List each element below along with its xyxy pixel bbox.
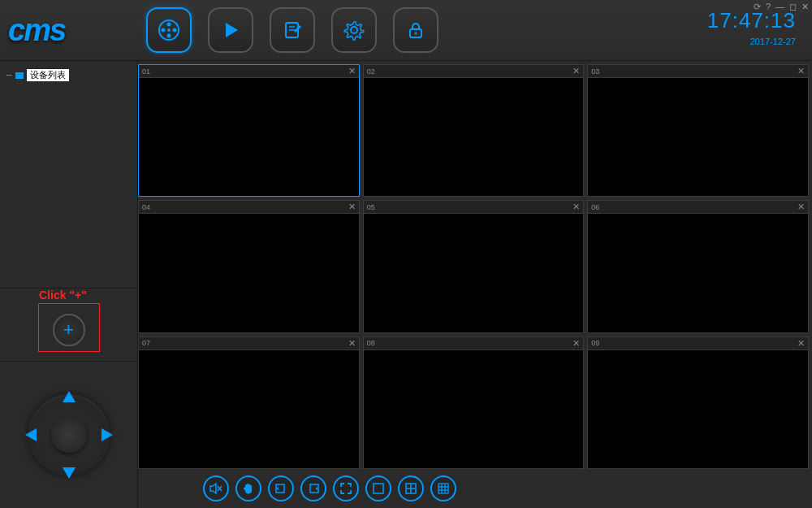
cell-number: 01 — [142, 67, 150, 76]
cell-close-button[interactable]: ✕ — [348, 66, 356, 76]
cell-close-button[interactable]: ✕ — [797, 202, 805, 212]
fullscreen-button[interactable] — [333, 475, 359, 501]
add-hint-text: Click "+" — [39, 289, 87, 302]
window-controls: ⟳ ? — ◻ ✕ — [754, 2, 809, 12]
logo: cms — [8, 13, 130, 48]
layout-2x2-icon — [404, 482, 417, 495]
layout-3x3-icon — [437, 482, 450, 495]
edit-note-icon — [282, 20, 303, 41]
video-cell[interactable]: 09✕ — [587, 336, 809, 469]
tree-collapse-icon: ─ — [6, 70, 12, 80]
cell-close-button[interactable]: ✕ — [572, 338, 580, 349]
lock-icon — [406, 20, 425, 40]
cell-number: 04 — [142, 203, 150, 211]
svg-point-3 — [167, 34, 171, 38]
cell-close-button[interactable]: ✕ — [797, 66, 805, 76]
page-prev-icon — [274, 481, 288, 496]
ptz-up-button[interactable] — [63, 391, 76, 402]
video-cell[interactable]: 04✕ — [138, 200, 360, 332]
ptz-down-button[interactable] — [63, 467, 76, 479]
add-device-panel: Click "+" + — [0, 289, 137, 362]
cell-number: 02 — [367, 67, 375, 76]
fullscreen-icon — [339, 481, 353, 496]
hand-icon — [241, 481, 256, 496]
cell-header: 01✕ — [139, 65, 359, 78]
cell-number: 07 — [142, 339, 150, 347]
cell-close-button[interactable]: ✕ — [572, 202, 580, 212]
live-view-button[interactable] — [146, 7, 192, 53]
video-cell[interactable]: 08✕ — [363, 336, 585, 469]
ptz-control — [20, 386, 118, 484]
cell-header: 03✕ — [588, 65, 808, 78]
body: ─ 设备列表 Click "+" + 01✕02✕03✕04✕05✕06✕ — [0, 61, 812, 508]
playback-button[interactable] — [208, 7, 253, 53]
log-button[interactable] — [270, 7, 315, 53]
video-grid: 01✕02✕03✕04✕05✕06✕07✕08✕09✕ — [138, 64, 809, 469]
mute-button[interactable] — [203, 475, 229, 501]
header: cms — [0, 0, 812, 61]
svg-rect-16 — [374, 484, 383, 493]
cell-close-button[interactable]: ✕ — [348, 338, 356, 349]
cell-header: 09✕ — [588, 337, 808, 350]
svg-point-4 — [162, 28, 166, 33]
settings-button[interactable] — [331, 7, 377, 53]
ptz-left-button[interactable] — [25, 428, 37, 441]
mute-icon — [209, 481, 223, 496]
cell-number: 08 — [367, 339, 375, 347]
device-list-icon — [15, 72, 24, 79]
clock: 17:47:13 2017-12-27 — [707, 8, 796, 46]
video-cell[interactable]: 01✕ — [138, 64, 360, 197]
cell-close-button[interactable]: ✕ — [572, 66, 580, 76]
video-cell[interactable]: 02✕ — [363, 64, 585, 197]
cell-header: 05✕ — [364, 201, 584, 214]
gear-icon — [343, 19, 365, 41]
film-reel-icon — [157, 18, 181, 42]
sidebar: ─ 设备列表 Click "+" + — [0, 61, 138, 508]
manual-button[interactable] — [235, 475, 261, 501]
svg-point-9 — [351, 27, 357, 33]
video-cell[interactable]: 07✕ — [138, 336, 360, 469]
cell-close-button[interactable]: ✕ — [797, 338, 805, 349]
svg-point-2 — [173, 28, 177, 33]
cell-header: 08✕ — [364, 337, 584, 350]
layout-4-button[interactable] — [398, 475, 424, 501]
prev-page-button[interactable] — [268, 475, 294, 501]
clock-date: 2017-12-27 — [707, 37, 796, 46]
tree-root-label: 设备列表 — [27, 69, 69, 81]
layout-1x1-icon — [372, 482, 385, 495]
ptz-right-button[interactable] — [102, 428, 113, 441]
video-cell[interactable]: 06✕ — [587, 200, 809, 332]
lock-button[interactable] — [393, 7, 438, 53]
layout-1-button[interactable] — [365, 475, 391, 501]
help-button[interactable]: ? — [766, 2, 771, 12]
ptz-center-button[interactable] — [51, 417, 87, 453]
svg-point-1 — [167, 23, 171, 27]
tree-root-node[interactable]: ─ 设备列表 — [6, 69, 131, 81]
ptz-panel — [0, 362, 137, 508]
device-tree: ─ 设备列表 — [0, 61, 137, 289]
video-cell[interactable]: 05✕ — [363, 200, 585, 332]
minimize-button[interactable]: — — [775, 2, 784, 12]
bottom-toolbar — [138, 469, 809, 508]
cell-header: 02✕ — [364, 65, 584, 78]
main-panel: 01✕02✕03✕04✕05✕06✕07✕08✕09✕ — [138, 61, 812, 508]
main-toolbar — [146, 7, 438, 53]
cell-header: 06✕ — [588, 201, 808, 214]
cell-number: 05 — [367, 203, 375, 211]
close-button[interactable]: ✕ — [801, 2, 809, 12]
add-hint-box — [38, 303, 100, 352]
cell-number: 09 — [591, 339, 599, 347]
layout-9-button[interactable] — [430, 475, 456, 501]
cell-header: 04✕ — [139, 201, 359, 214]
cell-close-button[interactable]: ✕ — [348, 202, 356, 212]
next-page-button[interactable] — [300, 475, 326, 501]
page-next-icon — [306, 481, 321, 496]
refresh-button[interactable]: ⟳ — [754, 2, 761, 12]
video-cell[interactable]: 03✕ — [587, 64, 809, 197]
cell-number: 03 — [591, 67, 599, 76]
cell-number: 06 — [591, 203, 599, 211]
svg-point-11 — [415, 33, 417, 35]
play-icon — [220, 20, 241, 41]
svg-point-5 — [167, 28, 171, 32]
maximize-button[interactable]: ◻ — [789, 2, 797, 12]
